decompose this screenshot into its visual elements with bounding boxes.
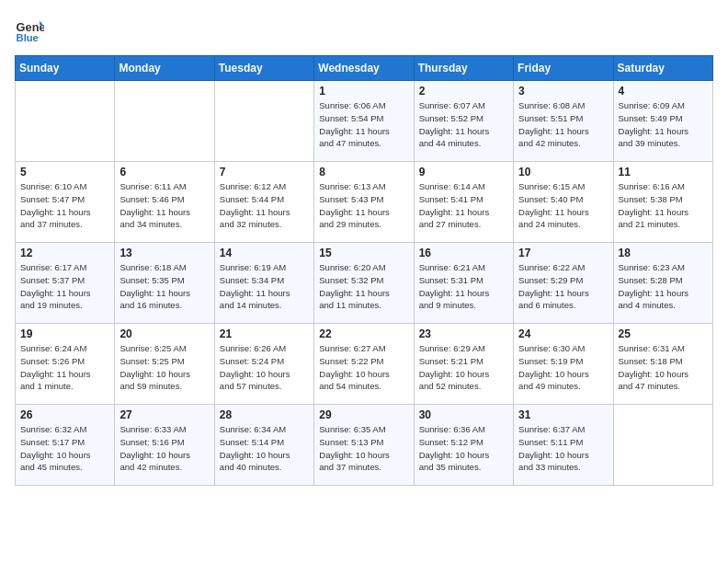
day-info: Sunrise: 6:26 AMSunset: 5:24 PMDaylight:… [220,342,309,393]
calendar-cell: 18Sunrise: 6:23 AMSunset: 5:28 PMDayligh… [613,243,712,324]
day-number: 9 [419,166,508,178]
header-wednesday: Wednesday [314,56,414,81]
day-info: Sunrise: 6:37 AMSunset: 5:11 PMDaylight:… [518,423,608,474]
day-info: Sunrise: 6:12 AMSunset: 5:44 PMDaylight:… [220,180,309,231]
calendar-cell: 1Sunrise: 6:06 AMSunset: 5:54 PMDaylight… [314,81,414,162]
day-number: 14 [220,247,309,259]
day-info: Sunrise: 6:17 AMSunset: 5:37 PMDaylight:… [20,261,109,312]
day-number: 3 [518,85,608,98]
week-row-2: 5Sunrise: 6:10 AMSunset: 5:47 PMDaylight… [16,162,713,243]
calendar-cell: 6Sunrise: 6:11 AMSunset: 5:46 PMDaylight… [115,162,214,243]
calendar-cell: 25Sunrise: 6:31 AMSunset: 5:18 PMDayligh… [613,324,712,405]
day-number: 23 [419,327,508,340]
day-info: Sunrise: 6:27 AMSunset: 5:22 PMDaylight:… [319,342,408,393]
day-number: 31 [518,408,608,421]
calendar-cell: 21Sunrise: 6:26 AMSunset: 5:24 PMDayligh… [214,324,313,405]
day-info: Sunrise: 6:36 AMSunset: 5:12 PMDaylight:… [419,423,508,474]
day-info: Sunrise: 6:10 AMSunset: 5:47 PMDaylight:… [20,180,109,231]
day-number: 24 [518,327,608,340]
day-number: 27 [119,408,209,421]
day-info: Sunrise: 6:09 AMSunset: 5:49 PMDaylight:… [619,99,708,150]
calendar-cell: 5Sunrise: 6:10 AMSunset: 5:47 PMDaylight… [16,162,115,243]
calendar-table: SundayMondayTuesdayWednesdayThursdayFrid… [15,55,713,486]
calendar-cell: 27Sunrise: 6:33 AMSunset: 5:16 PMDayligh… [115,405,214,486]
calendar-cell: 19Sunrise: 6:24 AMSunset: 5:26 PMDayligh… [16,324,115,405]
week-row-3: 12Sunrise: 6:17 AMSunset: 5:37 PMDayligh… [16,243,713,324]
day-number: 6 [119,166,209,178]
day-info: Sunrise: 6:13 AMSunset: 5:43 PMDaylight:… [319,180,408,231]
day-info: Sunrise: 6:29 AMSunset: 5:21 PMDaylight:… [419,342,508,393]
header-monday: Monday [115,56,214,81]
calendar-cell: 24Sunrise: 6:30 AMSunset: 5:19 PMDayligh… [514,324,613,405]
day-info: Sunrise: 6:31 AMSunset: 5:18 PMDaylight:… [619,342,708,393]
day-info: Sunrise: 6:33 AMSunset: 5:16 PMDaylight:… [119,423,209,474]
day-info: Sunrise: 6:08 AMSunset: 5:51 PMDaylight:… [518,99,608,150]
day-info: Sunrise: 6:18 AMSunset: 5:35 PMDaylight:… [119,261,209,312]
calendar-cell: 15Sunrise: 6:20 AMSunset: 5:32 PMDayligh… [314,243,414,324]
weekday-header-row: SundayMondayTuesdayWednesdayThursdayFrid… [16,56,713,81]
calendar-cell: 11Sunrise: 6:16 AMSunset: 5:38 PMDayligh… [613,162,712,243]
day-info: Sunrise: 6:22 AMSunset: 5:29 PMDaylight:… [518,261,608,312]
day-info: Sunrise: 6:34 AMSunset: 5:14 PMDaylight:… [220,423,309,474]
day-number: 17 [518,247,608,259]
logo: General Blue [15,15,44,44]
header-friday: Friday [514,56,613,81]
day-info: Sunrise: 6:32 AMSunset: 5:17 PMDaylight:… [20,423,109,474]
day-number: 7 [220,166,309,178]
calendar-cell: 4Sunrise: 6:09 AMSunset: 5:49 PMDaylight… [613,81,712,162]
calendar-cell: 28Sunrise: 6:34 AMSunset: 5:14 PMDayligh… [214,405,313,486]
day-info: Sunrise: 6:30 AMSunset: 5:19 PMDaylight:… [518,342,608,393]
day-number: 30 [419,408,508,421]
day-info: Sunrise: 6:07 AMSunset: 5:52 PMDaylight:… [419,99,508,150]
day-info: Sunrise: 6:21 AMSunset: 5:31 PMDaylight:… [419,261,508,312]
day-number: 26 [20,408,109,421]
calendar-cell: 7Sunrise: 6:12 AMSunset: 5:44 PMDaylight… [214,162,313,243]
calendar-cell [16,81,115,162]
calendar-cell: 16Sunrise: 6:21 AMSunset: 5:31 PMDayligh… [414,243,513,324]
page-header: General Blue [15,15,713,44]
calendar-cell: 10Sunrise: 6:15 AMSunset: 5:40 PMDayligh… [514,162,613,243]
day-number: 1 [319,85,408,98]
day-info: Sunrise: 6:24 AMSunset: 5:26 PMDaylight:… [20,342,109,393]
day-number: 10 [518,166,608,178]
day-info: Sunrise: 6:23 AMSunset: 5:28 PMDaylight:… [619,261,708,312]
calendar-cell: 23Sunrise: 6:29 AMSunset: 5:21 PMDayligh… [414,324,513,405]
day-info: Sunrise: 6:35 AMSunset: 5:13 PMDaylight:… [319,423,408,474]
header-sunday: Sunday [16,56,115,81]
day-number: 25 [619,327,708,340]
day-number: 12 [20,247,109,259]
header-thursday: Thursday [414,56,513,81]
calendar-cell: 20Sunrise: 6:25 AMSunset: 5:25 PMDayligh… [115,324,214,405]
day-number: 21 [220,327,309,340]
logo-icon: General Blue [15,15,44,44]
header-tuesday: Tuesday [214,56,313,81]
week-row-5: 26Sunrise: 6:32 AMSunset: 5:17 PMDayligh… [16,405,713,486]
day-number: 15 [319,247,408,259]
calendar-cell: 22Sunrise: 6:27 AMSunset: 5:22 PMDayligh… [314,324,414,405]
day-number: 4 [619,85,708,98]
day-number: 2 [419,85,508,98]
day-number: 16 [419,247,508,259]
calendar-cell [115,81,214,162]
day-number: 8 [319,166,408,178]
day-number: 29 [319,408,408,421]
week-row-4: 19Sunrise: 6:24 AMSunset: 5:26 PMDayligh… [16,324,713,405]
calendar-cell: 3Sunrise: 6:08 AMSunset: 5:51 PMDaylight… [514,81,613,162]
day-info: Sunrise: 6:11 AMSunset: 5:46 PMDaylight:… [119,180,209,231]
calendar-cell: 12Sunrise: 6:17 AMSunset: 5:37 PMDayligh… [16,243,115,324]
week-row-1: 1Sunrise: 6:06 AMSunset: 5:54 PMDaylight… [16,81,713,162]
day-number: 20 [119,327,209,340]
calendar-cell: 29Sunrise: 6:35 AMSunset: 5:13 PMDayligh… [314,405,414,486]
calendar-cell [613,405,712,486]
day-info: Sunrise: 6:20 AMSunset: 5:32 PMDaylight:… [319,261,408,312]
calendar-cell: 14Sunrise: 6:19 AMSunset: 5:34 PMDayligh… [214,243,313,324]
day-number: 28 [220,408,309,421]
calendar-cell: 17Sunrise: 6:22 AMSunset: 5:29 PMDayligh… [514,243,613,324]
calendar-cell: 26Sunrise: 6:32 AMSunset: 5:17 PMDayligh… [16,405,115,486]
calendar-cell: 13Sunrise: 6:18 AMSunset: 5:35 PMDayligh… [115,243,214,324]
day-info: Sunrise: 6:19 AMSunset: 5:34 PMDaylight:… [220,261,309,312]
calendar-cell: 9Sunrise: 6:14 AMSunset: 5:41 PMDaylight… [414,162,513,243]
day-number: 5 [20,166,109,178]
day-info: Sunrise: 6:16 AMSunset: 5:38 PMDaylight:… [619,180,708,231]
calendar-cell: 8Sunrise: 6:13 AMSunset: 5:43 PMDaylight… [314,162,414,243]
